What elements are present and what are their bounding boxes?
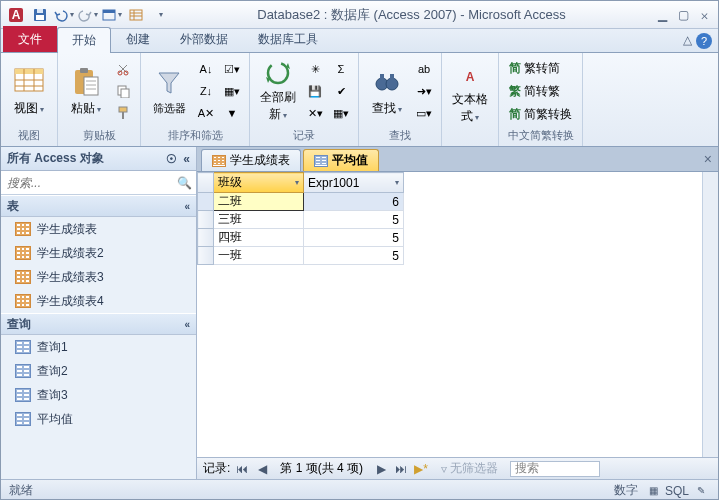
simp-to-trad-button[interactable]: 繁简转繁 <box>505 81 576 101</box>
close-button[interactable]: ⨉ <box>694 7 714 23</box>
qat-icon-2[interactable] <box>125 4 147 26</box>
nav-item-table[interactable]: 学生成绩表 <box>1 217 196 241</box>
nav-group-queries[interactable]: 查询 « <box>1 313 196 335</box>
tab-file[interactable]: 文件 <box>3 26 57 52</box>
qat-icon-1[interactable]: ▾ <box>101 4 123 26</box>
save-record-icon[interactable]: 💾 <box>304 81 326 101</box>
tab-home[interactable]: 开始 <box>57 27 111 53</box>
vertical-scrollbar[interactable] <box>702 172 718 457</box>
cell[interactable]: 一班 <box>214 247 304 265</box>
sort-desc-icon[interactable]: Z↓ <box>195 81 217 101</box>
replace-icon[interactable]: ab <box>413 59 435 79</box>
advanced-filter-icon[interactable]: ▦▾ <box>221 81 243 101</box>
last-record-icon[interactable]: ⏭ <box>393 461 409 477</box>
undo-icon[interactable]: ▾ <box>53 4 75 26</box>
tab-external-data[interactable]: 外部数据 <box>165 26 243 52</box>
help-icon[interactable]: ? <box>696 33 712 49</box>
select-all-header[interactable] <box>198 173 214 193</box>
access-app-icon[interactable]: A <box>5 4 27 26</box>
minimize-button[interactable]: ▁ <box>652 7 672 23</box>
cell[interactable]: 三班 <box>214 211 304 229</box>
cell[interactable]: 5 <box>304 211 404 229</box>
doc-tab-query[interactable]: 平均值 <box>303 149 379 171</box>
datasheet-view-switch-icon[interactable]: ▦ <box>644 483 662 499</box>
toggle-filter-icon[interactable]: ▼ <box>221 103 243 123</box>
svg-rect-12 <box>15 69 43 74</box>
nav-dropdown-icon[interactable]: ☉ <box>166 152 177 166</box>
nav-item-table[interactable]: 学生成绩表2 <box>1 241 196 265</box>
nav-pane-header[interactable]: 所有 Access 对象 ☉ « <box>1 147 196 171</box>
cell[interactable]: 5 <box>304 247 404 265</box>
cut-icon[interactable] <box>112 59 134 79</box>
row-selector[interactable] <box>198 193 214 211</box>
paste-icon <box>70 66 102 98</box>
qat-customize-icon[interactable]: ▾ <box>149 4 171 26</box>
save-icon[interactable] <box>29 4 51 26</box>
column-dropdown-icon[interactable]: ▾ <box>395 178 399 187</box>
copy-icon[interactable] <box>112 81 134 101</box>
trad-to-simp-button[interactable]: 简繁转简 <box>505 58 576 78</box>
redo-icon[interactable]: ▾ <box>77 4 99 26</box>
tab-create[interactable]: 创建 <box>111 26 165 52</box>
more-records-icon[interactable]: ▦▾ <box>330 103 352 123</box>
clear-sort-icon[interactable]: A✕ <box>195 103 217 123</box>
table-row[interactable]: 二班6 <box>198 193 404 211</box>
next-record-icon[interactable]: ▶ <box>373 461 389 477</box>
ribbon-minimize-icon[interactable]: △ <box>683 33 692 49</box>
text-format-button[interactable]: A 文本格式▾ <box>448 59 492 127</box>
select-icon[interactable]: ▭▾ <box>413 103 435 123</box>
doc-close-icon[interactable]: × <box>704 151 712 167</box>
prev-record-icon[interactable]: ◀ <box>254 461 270 477</box>
totals-icon[interactable]: Σ <box>330 59 352 79</box>
row-selector[interactable] <box>198 247 214 265</box>
goto-icon[interactable]: ➜▾ <box>413 81 435 101</box>
nav-item-query[interactable]: 查询1 <box>1 335 196 359</box>
doc-tab-table[interactable]: 学生成绩表 <box>201 149 301 171</box>
maximize-button[interactable]: ▢ <box>673 7 693 23</box>
nav-item-query[interactable]: 查询2 <box>1 359 196 383</box>
group-find: 查找▾ ab ➜▾ ▭▾ 查找 <box>359 53 442 146</box>
new-record-icon[interactable]: ✳ <box>304 59 326 79</box>
nav-group-tables[interactable]: 表 « <box>1 195 196 217</box>
new-record-nav-icon[interactable]: ▶* <box>413 461 429 477</box>
paste-label: 粘贴 <box>71 101 95 115</box>
paste-button[interactable]: 粘贴▾ <box>64 57 108 125</box>
nav-search-input[interactable] <box>1 171 172 194</box>
design-view-switch-icon[interactable]: ✎ <box>692 483 710 499</box>
selection-filter-icon[interactable]: ☑▾ <box>221 59 243 79</box>
filter-button[interactable]: 筛选器 <box>147 57 191 125</box>
row-selector[interactable] <box>198 211 214 229</box>
column-dropdown-icon[interactable]: ▾ <box>295 178 299 187</box>
row-selector[interactable] <box>198 229 214 247</box>
table-row[interactable]: 三班5 <box>198 211 404 229</box>
nav-item-table[interactable]: 学生成绩表4 <box>1 289 196 313</box>
s2t-icon: 繁 <box>509 83 521 100</box>
search-icon[interactable]: 🔍 <box>172 171 196 194</box>
table-row[interactable]: 一班5 <box>198 247 404 265</box>
svg-point-29 <box>268 63 288 83</box>
datasheet: 班级▾ Expr1001▾ 二班6 三班5 四班5 一班5 <box>197 171 718 457</box>
first-record-icon[interactable]: ⏮ <box>234 461 250 477</box>
spelling-icon[interactable]: ✔ <box>330 81 352 101</box>
find-button[interactable]: 查找▾ <box>365 57 409 125</box>
delete-record-icon[interactable]: ✕▾ <box>304 103 326 123</box>
format-painter-icon[interactable] <box>112 103 134 123</box>
refresh-all-button[interactable]: 全部刷新▾ <box>256 57 300 125</box>
cell[interactable]: 6 <box>304 193 404 211</box>
column-header[interactable]: Expr1001▾ <box>304 173 404 193</box>
nav-item-table[interactable]: 学生成绩表3 <box>1 265 196 289</box>
nav-collapse-icon[interactable]: « <box>183 152 190 166</box>
nav-item-query[interactable]: 平均值 <box>1 407 196 431</box>
chinese-convert-button[interactable]: 简简繁转换 <box>505 104 576 124</box>
cell[interactable]: 四班 <box>214 229 304 247</box>
sql-view-switch-icon[interactable]: SQL <box>668 483 686 499</box>
tab-database-tools[interactable]: 数据库工具 <box>243 26 333 52</box>
table-row[interactable]: 四班5 <box>198 229 404 247</box>
column-header[interactable]: 班级▾ <box>214 173 304 193</box>
sort-asc-icon[interactable]: A↓ <box>195 59 217 79</box>
nav-item-query[interactable]: 查询3 <box>1 383 196 407</box>
cell[interactable]: 二班 <box>214 193 304 211</box>
record-search-box[interactable]: 搜索 <box>510 461 600 477</box>
view-button[interactable]: 视图▾ <box>7 57 51 125</box>
cell[interactable]: 5 <box>304 229 404 247</box>
